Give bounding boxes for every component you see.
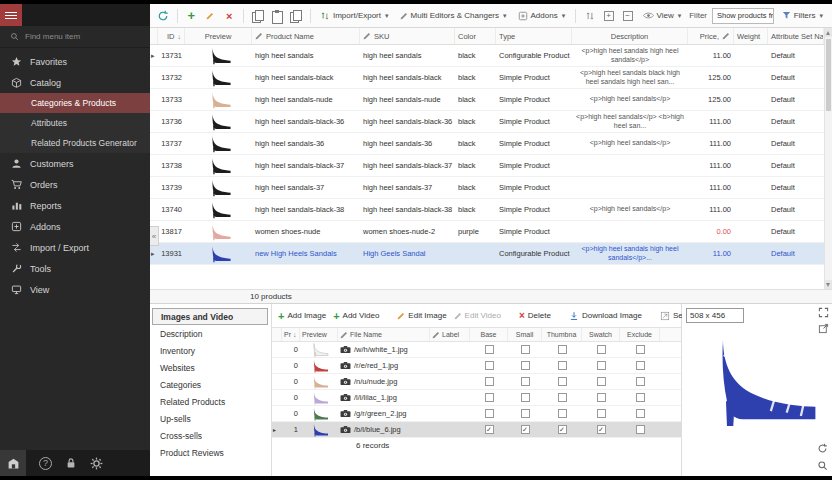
- zoom-icon[interactable]: [817, 460, 828, 471]
- fullscreen-icon[interactable]: [818, 307, 829, 318]
- add-product-button[interactable]: +: [184, 8, 198, 24]
- swatch-checkbox[interactable]: [597, 345, 606, 354]
- swatch-checkbox[interactable]: [597, 425, 606, 434]
- image-row[interactable]: 0 /w/h/white_1.jpg: [272, 342, 681, 358]
- col-attribute-set[interactable]: Attribute Set Name: [768, 28, 824, 44]
- image-row[interactable]: 0 /r/e/red_1.jpg: [272, 358, 681, 374]
- base-checkbox[interactable]: [485, 345, 494, 354]
- sort-button[interactable]: [583, 8, 597, 24]
- sidebar-item-attributes[interactable]: Attributes: [0, 113, 150, 133]
- open-external-icon[interactable]: [818, 323, 829, 334]
- delete-product-button[interactable]: ×: [222, 8, 236, 24]
- tab-images-and-video[interactable]: Images and Video: [152, 308, 268, 325]
- small-checkbox[interactable]: [521, 377, 530, 386]
- row-expander[interactable]: ▸: [150, 52, 158, 60]
- import-export-menu[interactable]: Import/Export: [317, 8, 392, 24]
- download-image-button[interactable]: Download Image: [569, 311, 642, 321]
- lock-button[interactable]: [65, 457, 77, 469]
- exclude-checkbox[interactable]: [636, 425, 645, 434]
- tab-websites[interactable]: Websites: [150, 359, 271, 376]
- view-menu[interactable]: View: [640, 8, 685, 24]
- table-row[interactable]: ▸ 13731 high heel sandals high heel sand…: [150, 45, 832, 67]
- table-row[interactable]: 13740 high heel sandals-black-38 high he…: [150, 199, 832, 221]
- base-checkbox[interactable]: [485, 393, 494, 402]
- table-row[interactable]: 13732 high heel sandals-black high heel …: [150, 67, 832, 89]
- thumbnail-checkbox[interactable]: [558, 377, 567, 386]
- image-row[interactable]: 0 /n/u/nude.jpg: [272, 374, 681, 390]
- col-pr[interactable]: Pr↓: [282, 328, 300, 341]
- filters-button[interactable]: Filters: [779, 8, 826, 24]
- small-checkbox[interactable]: [521, 425, 530, 434]
- collapse-all-button[interactable]: −: [621, 8, 635, 24]
- image-row[interactable]: 0 /l/i/lilac_1.jpg: [272, 390, 681, 406]
- col-label[interactable]: Label: [430, 328, 470, 341]
- col-description[interactable]: Description: [572, 28, 688, 44]
- scroll-thumb[interactable]: [826, 39, 831, 111]
- table-row[interactable]: 13739 high heel sandals-37 high heel san…: [150, 177, 832, 199]
- swatch-checkbox[interactable]: [597, 393, 606, 402]
- sidebar-item-related-products-generator[interactable]: Related Products Generator: [0, 133, 150, 153]
- edit-video-button[interactable]: Edit Video: [454, 311, 501, 320]
- thumbnail-checkbox[interactable]: [558, 361, 567, 370]
- table-row[interactable]: 13736 high heel sandals-black-36 high he…: [150, 111, 832, 133]
- exclude-checkbox[interactable]: [636, 393, 645, 402]
- table-row[interactable]: ▸ 13931 new High Heels Sandals High Geel…: [150, 243, 832, 265]
- col-small[interactable]: Small: [508, 328, 542, 341]
- thumbnail-checkbox[interactable]: [558, 409, 567, 418]
- col-id[interactable]: ID↓: [158, 28, 185, 44]
- expand-all-button[interactable]: +: [602, 8, 616, 24]
- col-weight[interactable]: Weight: [734, 28, 768, 44]
- category-filter-select[interactable]: Show products from selected categories: [712, 8, 774, 24]
- hamburger-menu-icon[interactable]: [0, 4, 22, 26]
- sidebar-item-categories-products[interactable]: Categories & Products: [0, 93, 150, 113]
- col-swatch[interactable]: Swatch: [582, 328, 620, 341]
- store-button[interactable]: [0, 450, 26, 476]
- scroll-down-arrow[interactable]: [825, 280, 832, 289]
- tab-up-sells[interactable]: Up-sells: [150, 410, 271, 427]
- table-row[interactable]: 13733 high heel sandals-nude high heel s…: [150, 89, 832, 111]
- tab-description[interactable]: Description: [150, 325, 271, 342]
- thumbnail-checkbox[interactable]: [558, 393, 567, 402]
- image-row[interactable]: 0 /g/r/green_2.jpg: [272, 406, 681, 422]
- multi-editors-menu[interactable]: Multi Editors & Changers: [397, 8, 510, 24]
- settings-button[interactable]: [90, 457, 103, 470]
- vertical-scrollbar[interactable]: [824, 28, 832, 289]
- col-type[interactable]: Type: [496, 28, 572, 44]
- table-row[interactable]: 13817 women shoes-nude women shoes-nude-…: [150, 221, 832, 243]
- edit-image-button[interactable]: Edit Image: [397, 311, 446, 320]
- small-checkbox[interactable]: [521, 345, 530, 354]
- base-checkbox[interactable]: [485, 361, 494, 370]
- sidebar-item-tools[interactable]: Tools: [0, 258, 150, 279]
- thumbnail-checkbox[interactable]: [558, 425, 567, 434]
- small-checkbox[interactable]: [521, 361, 530, 370]
- add-image-button[interactable]: +Add Image: [278, 311, 326, 321]
- delete-image-button[interactable]: ×Delete: [519, 311, 551, 321]
- tab-product-reviews[interactable]: Product Reviews: [150, 444, 271, 461]
- resize-dimensions-input[interactable]: [686, 308, 744, 323]
- exclude-checkbox[interactable]: [636, 377, 645, 386]
- duplicate-button[interactable]: [289, 8, 303, 24]
- exclude-checkbox[interactable]: [636, 361, 645, 370]
- sidebar-item-catalog[interactable]: Catalog: [0, 72, 150, 93]
- col-product-name[interactable]: Product Name: [252, 28, 360, 44]
- image-row[interactable]: ▸ 1 /b/l/blue_6.jpg: [272, 422, 681, 438]
- sidebar-item-orders[interactable]: Orders: [0, 174, 150, 195]
- exclude-checkbox[interactable]: [636, 409, 645, 418]
- rotate-icon[interactable]: [817, 443, 828, 454]
- edit-product-button[interactable]: [203, 8, 217, 24]
- scroll-up-arrow[interactable]: [825, 28, 832, 37]
- copy-button[interactable]: [251, 8, 265, 24]
- small-checkbox[interactable]: [521, 409, 530, 418]
- exclude-checkbox[interactable]: [636, 345, 645, 354]
- sidebar-item-customers[interactable]: Customers: [0, 153, 150, 174]
- base-checkbox[interactable]: [485, 377, 494, 386]
- base-checkbox[interactable]: [485, 409, 494, 418]
- swatch-checkbox[interactable]: [597, 377, 606, 386]
- table-row[interactable]: 13738 high heel sandals-black-37 high he…: [150, 155, 832, 177]
- col-file-name[interactable]: File Name: [338, 328, 430, 341]
- sidebar-item-view[interactable]: View: [0, 279, 150, 300]
- sidebar-collapse-handle[interactable]: «: [150, 226, 159, 246]
- help-button[interactable]: ?: [39, 457, 52, 470]
- swatch-checkbox[interactable]: [597, 361, 606, 370]
- tab-cross-sells[interactable]: Cross-sells: [150, 427, 271, 444]
